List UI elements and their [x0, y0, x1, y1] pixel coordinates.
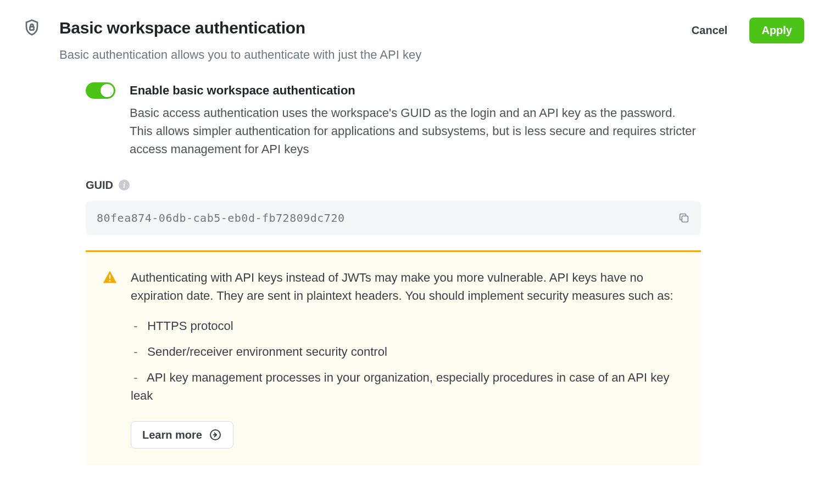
- content-column: Enable basic workspace authentication Ba…: [86, 81, 701, 465]
- warning-item-text: API key management processes in your org…: [131, 371, 669, 402]
- warning-item: - HTTPS protocol: [131, 317, 684, 335]
- guid-field: 80fea874-06db-cab5-eb0d-fb72809dc720: [86, 201, 701, 235]
- arrow-right-circle-icon: [209, 428, 222, 441]
- svg-point-3: [109, 280, 110, 282]
- warning-item: - API key management processes in your o…: [131, 368, 684, 405]
- warning-list: - HTTPS protocol - Sender/receiver envir…: [131, 317, 684, 405]
- enable-auth-label: Enable basic workspace authentication: [130, 81, 701, 99]
- page-header: Basic workspace authentication Basic aut…: [20, 15, 804, 64]
- svg-rect-2: [109, 275, 110, 279]
- header-actions: Cancel Apply: [680, 15, 804, 43]
- guid-label-row: GUID i: [86, 177, 701, 193]
- apply-button[interactable]: Apply: [749, 18, 804, 43]
- page-title: Basic workspace authentication: [59, 15, 664, 40]
- enable-auth-description: Basic access authentication uses the wor…: [130, 104, 701, 158]
- warning-icon: [102, 268, 118, 289]
- learn-more-label: Learn more: [142, 429, 202, 441]
- cancel-button[interactable]: Cancel: [680, 18, 740, 43]
- warning-panel: Authenticating with API keys instead of …: [86, 250, 701, 465]
- guid-value: 80fea874-06db-cab5-eb0d-fb72809dc720: [97, 210, 344, 226]
- info-icon[interactable]: i: [119, 180, 130, 191]
- toggle-knob: [101, 84, 114, 97]
- page-subtitle: Basic authentication allows you to authe…: [59, 46, 664, 64]
- lock-shield-icon: [20, 15, 44, 36]
- warning-item-text: Sender/receiver environment security con…: [147, 345, 387, 359]
- warning-intro: Authenticating with API keys instead of …: [131, 268, 684, 305]
- warning-item: - Sender/receiver environment security c…: [131, 343, 684, 361]
- copy-icon[interactable]: [678, 212, 690, 224]
- learn-more-button[interactable]: Learn more: [131, 421, 233, 449]
- warning-item-text: HTTPS protocol: [147, 319, 233, 333]
- svg-rect-1: [682, 216, 688, 222]
- enable-auth-toggle[interactable]: [86, 82, 115, 99]
- svg-rect-0: [30, 27, 34, 30]
- enable-auth-row: Enable basic workspace authentication Ba…: [86, 81, 701, 158]
- guid-label: GUID: [86, 177, 113, 193]
